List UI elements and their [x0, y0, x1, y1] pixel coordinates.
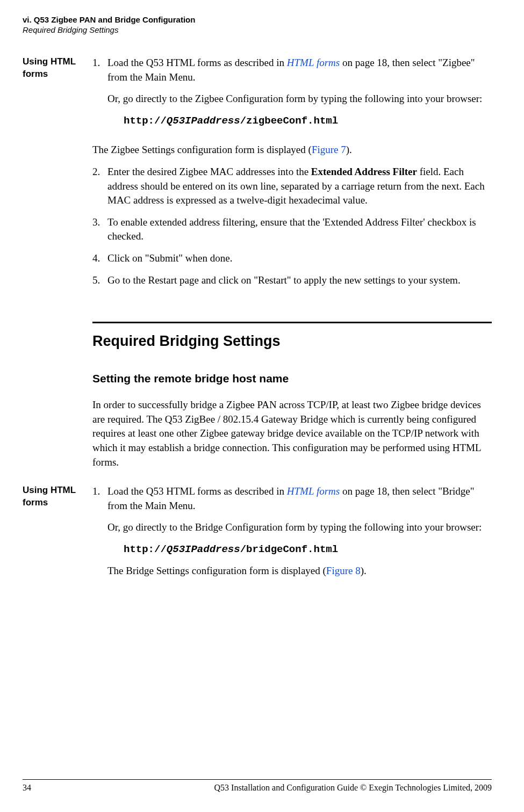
ordered-list: 1. Load the Q53 HTML forms as described … [92, 56, 492, 135]
list-item: 3. To enable extended address filtering,… [92, 215, 492, 244]
list-content: Load the Q53 HTML forms as described in … [107, 484, 492, 586]
list-number: 1. [92, 56, 107, 135]
code-placeholder: Q53IPaddress [167, 115, 240, 127]
list-item: 2. Enter the desired Zigbee MAC addresse… [92, 165, 492, 208]
main-content: 1. Load the Q53 HTML forms as described … [92, 484, 492, 593]
text: ). [361, 565, 367, 576]
page-footer: 34 Q53 Installation and Configuration Gu… [23, 779, 492, 793]
list-content: Go to the Restart page and click on "Res… [107, 273, 492, 288]
list-content: To enable extended address filtering, en… [107, 215, 492, 244]
text: Load the Q53 HTML forms as described in [107, 485, 287, 497]
list-item: 4. Click on "Submit" when done. [92, 251, 492, 266]
text: Enter the desired Zigbee MAC addresses i… [107, 166, 311, 177]
bold-label: Extended Address Filter [311, 166, 417, 177]
side-label: Using HTML forms [23, 56, 92, 295]
text: The Zigbee Settings configuration form i… [92, 144, 312, 155]
list-number: 4. [92, 251, 107, 266]
code-placeholder: Q53IPaddress [167, 543, 240, 555]
list-content: Load the Q53 HTML forms as described in … [107, 56, 492, 135]
code-text: /bridgeConf.html [240, 543, 338, 555]
code-url: http://Q53IPaddress/zigbeeConf.html [124, 114, 492, 128]
ordered-list: 1. Load the Q53 HTML forms as described … [92, 484, 492, 586]
text: Load the Q53 HTML forms as described in [107, 57, 287, 68]
sub-paragraph: Or, go directly to the Zigbee Configurat… [107, 92, 492, 106]
code-url: http://Q53IPaddress/bridgeConf.html [124, 542, 492, 557]
side-label: Using HTML forms [23, 484, 92, 593]
list-number: 5. [92, 273, 107, 288]
link-html-forms[interactable]: HTML forms [287, 57, 340, 68]
paragraph: The Bridge Settings configuration form i… [107, 564, 492, 578]
list-content: Click on "Submit" when done. [107, 251, 492, 266]
list-number: 3. [92, 215, 107, 244]
text: ). [346, 144, 352, 155]
list-item: 5. Go to the Restart page and click on "… [92, 273, 492, 288]
code-text: /zigbeeConf.html [240, 115, 338, 127]
sub-paragraph: Or, go directly to the Bridge Configurat… [107, 520, 492, 535]
heading-required-bridging: Required Bridging Settings [92, 333, 492, 350]
link-html-forms[interactable]: HTML forms [287, 485, 340, 497]
list-item: 1. Load the Q53 HTML forms as described … [92, 484, 492, 586]
list-number: 2. [92, 165, 107, 208]
section-html-forms-1: Using HTML forms 1. Load the Q53 HTML fo… [23, 56, 492, 295]
code-text: http:// [124, 115, 167, 127]
main-content: 1. Load the Q53 HTML forms as described … [92, 56, 492, 295]
running-header-subtitle: Required Bridging Settings [23, 25, 492, 34]
code-text: http:// [124, 543, 167, 555]
list-number: 1. [92, 484, 107, 586]
link-figure-8[interactable]: Figure 8 [326, 565, 361, 576]
body-paragraph: In order to successfully bridge a Zigbee… [92, 398, 492, 469]
running-header-title: vi. Q53 Zigbee PAN and Bridge Configurat… [23, 15, 492, 24]
section-html-forms-2: Using HTML forms 1. Load the Q53 HTML fo… [23, 484, 492, 593]
section-rule [92, 322, 492, 323]
text: The Bridge Settings configuration form i… [107, 565, 326, 576]
paragraph: The Zigbee Settings configuration form i… [92, 143, 492, 157]
list-content: Enter the desired Zigbee MAC addresses i… [107, 165, 492, 208]
page-number: 34 [23, 783, 31, 793]
ordered-list: 2. Enter the desired Zigbee MAC addresse… [92, 165, 492, 287]
list-item: 1. Load the Q53 HTML forms as described … [92, 56, 492, 135]
footer-text: Q53 Installation and Configuration Guide… [214, 783, 492, 793]
heading-remote-bridge: Setting the remote bridge host name [92, 372, 492, 385]
link-figure-7[interactable]: Figure 7 [312, 144, 346, 155]
